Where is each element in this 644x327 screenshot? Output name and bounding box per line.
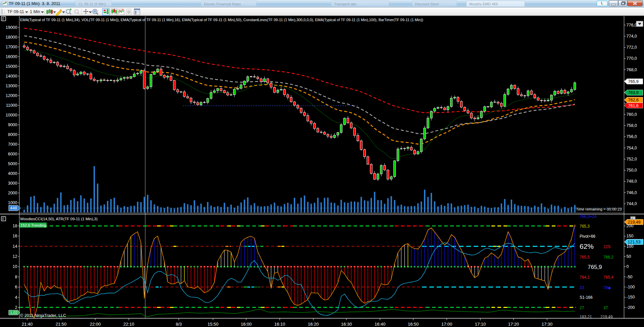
svg-text:12: 12	[13, 254, 17, 259]
svg-text:16:40: 16:40	[375, 322, 386, 327]
svg-text:22:10: 22:10	[123, 322, 135, 327]
svg-text:772,0: 772,0	[627, 45, 637, 50]
svg-text:17:30: 17:30	[542, 322, 553, 327]
svg-text:8000: 8000	[8, 132, 17, 137]
svg-text:219,49: 219,49	[600, 315, 613, 319]
svg-text:766,2: 766,2	[603, 255, 613, 260]
svg-text:-200: -200	[627, 305, 635, 310]
svg-text:762,6: 762,6	[628, 98, 639, 102]
svg-text:-100: -100	[627, 285, 635, 289]
svg-text:761,6: 761,6	[628, 103, 639, 108]
svg-text:22:00: 22:00	[90, 322, 101, 327]
svg-text:770,0: 770,0	[627, 56, 637, 61]
svg-text:4: 4	[15, 295, 17, 300]
svg-text:37: 37	[603, 306, 608, 310]
svg-text:765,5: 765,5	[580, 255, 590, 260]
svg-text:754,0: 754,0	[627, 146, 637, 150]
svg-text:78◆: 78◆	[603, 285, 611, 290]
svg-text:12000: 12000	[6, 93, 17, 98]
svg-text:8/3: 8/3	[176, 322, 182, 327]
svg-text:16000: 16000	[6, 54, 17, 59]
svg-text:2000: 2000	[8, 191, 17, 195]
svg-text:$: $	[128, 10, 130, 14]
svg-text:15000: 15000	[6, 64, 17, 69]
svg-text:183,21: 183,21	[580, 315, 592, 319]
svg-text:-50: -50	[627, 275, 633, 279]
svg-text:15:50: 15:50	[208, 322, 219, 327]
svg-text:F: F	[2, 17, 4, 21]
svg-text:22S: 22S	[603, 244, 610, 249]
svg-text:18: 18	[13, 224, 17, 228]
svg-text:10000: 10000	[6, 113, 17, 118]
svg-text:748,0: 748,0	[627, 179, 637, 184]
svg-text:14000: 14000	[6, 74, 17, 79]
svg-text:21:40: 21:40	[22, 322, 33, 327]
svg-text:4000: 4000	[8, 171, 17, 176]
svg-text:17:00: 17:00	[441, 322, 452, 327]
svg-text:Time remaining = 00:00:23: Time remaining = 00:00:23	[576, 207, 622, 211]
svg-text:Pivot+66: Pivot+66	[580, 234, 595, 239]
svg-text:774,0: 774,0	[627, 34, 637, 39]
svg-text:© 2011 NinjaTrader, LLC: © 2011 NinjaTrader, LLC	[20, 313, 66, 318]
svg-text:F: F	[2, 217, 4, 221]
svg-text:1000: 1000	[8, 200, 17, 205]
svg-text:5000: 5000	[8, 161, 17, 166]
svg-text:16:30: 16:30	[341, 322, 352, 327]
svg-text:16:50: 16:50	[408, 322, 419, 327]
svg-text:746,0: 746,0	[627, 190, 637, 195]
svg-text:16:20: 16:20	[308, 322, 319, 327]
svg-text:17000: 17000	[6, 45, 17, 49]
svg-text:760,0: 760,0	[627, 112, 637, 117]
svg-text:8: 8	[15, 275, 17, 279]
svg-text:121,53: 121,53	[628, 240, 641, 244]
svg-text:758,0: 758,0	[627, 123, 637, 128]
svg-text:448: 448	[10, 206, 17, 211]
svg-text:7000: 7000	[8, 142, 17, 147]
svg-text:27: 27	[580, 306, 584, 310]
svg-text:50: 50	[627, 254, 631, 259]
svg-text:764,1: 764,1	[580, 275, 590, 280]
svg-text:763,9: 763,9	[628, 90, 639, 95]
svg-text:EMA(Typical of TF 09-11 (1 Min: EMA(Typical of TF 09-11 (1 Min),34), VOL…	[20, 18, 423, 22]
svg-text:750,0: 750,0	[627, 168, 637, 173]
svg-text:16: 16	[13, 234, 17, 238]
svg-text:14: 14	[13, 244, 17, 249]
svg-text:19000: 19000	[6, 25, 17, 30]
svg-text:776,0: 776,0	[627, 23, 637, 28]
svg-text:9000: 9000	[8, 123, 17, 127]
svg-text:17:20: 17:20	[508, 322, 519, 327]
svg-text:1 Min: 1 Min	[30, 9, 40, 14]
svg-text:16:00: 16:00	[241, 322, 252, 327]
svg-text:S1-166: S1-166	[580, 295, 593, 300]
svg-text:1,02: 1,02	[10, 311, 17, 315]
svg-text:765,9: 765,9	[588, 264, 602, 270]
svg-text:-150: -150	[627, 295, 635, 299]
svg-text:TF 09-11: TF 09-11	[7, 9, 24, 14]
svg-text:6000: 6000	[8, 152, 17, 156]
svg-text:21:50: 21:50	[56, 322, 67, 327]
svg-text:3000: 3000	[8, 181, 17, 186]
svg-text:765,9: 765,9	[628, 79, 639, 84]
svg-text:766,3+24: 766,3+24	[580, 214, 597, 219]
svg-text:2: 2	[15, 305, 17, 310]
svg-text:33: 33	[580, 285, 584, 290]
svg-text:0: 0	[627, 264, 629, 269]
svg-text:744,0: 744,0	[627, 201, 637, 206]
svg-text:WoodiesCCI(14,50), ATR(TF 09-1: WoodiesCCI(14,50), ATR(TF 09-11 (1 Min),…	[20, 217, 98, 221]
svg-text:17:10: 17:10	[475, 322, 486, 327]
svg-text:F: F	[632, 217, 633, 220]
svg-text:756,0: 756,0	[627, 134, 637, 139]
svg-text:16:10: 16:10	[274, 322, 285, 327]
svg-text:62%: 62%	[580, 242, 594, 250]
svg-text:11000: 11000	[6, 103, 17, 108]
svg-text:765,4: 765,4	[603, 275, 613, 280]
svg-text:10: 10	[13, 264, 17, 269]
svg-text:18000: 18000	[6, 35, 17, 40]
svg-text:13000: 13000	[6, 84, 17, 88]
svg-text:765,3: 765,3	[580, 224, 590, 229]
svg-text:150: 150	[627, 234, 634, 238]
svg-text:152,6 Trending: 152,6 Trending	[20, 223, 46, 227]
svg-text:768,0: 768,0	[627, 67, 637, 72]
svg-text:6: 6	[15, 285, 17, 289]
svg-text:752,0: 752,0	[627, 157, 637, 161]
